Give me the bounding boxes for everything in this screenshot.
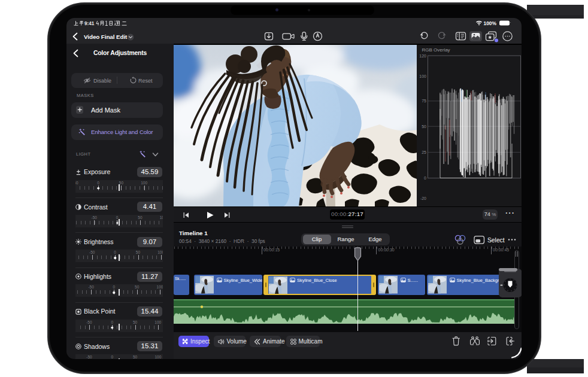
svg-text:-20: -20 [420, 196, 426, 200]
svg-text:120: 120 [419, 54, 426, 58]
svg-text:75: 75 [422, 99, 426, 103]
svg-text:0: 0 [424, 176, 426, 180]
svg-text:100: 100 [419, 74, 426, 78]
svg-text:100%: 100% [484, 20, 497, 26]
svg-text:Select: Select [487, 237, 505, 244]
svg-text:25: 25 [422, 150, 426, 154]
svg-text:9:41: 9:41 [84, 21, 95, 26]
svg-text:50: 50 [422, 124, 426, 129]
